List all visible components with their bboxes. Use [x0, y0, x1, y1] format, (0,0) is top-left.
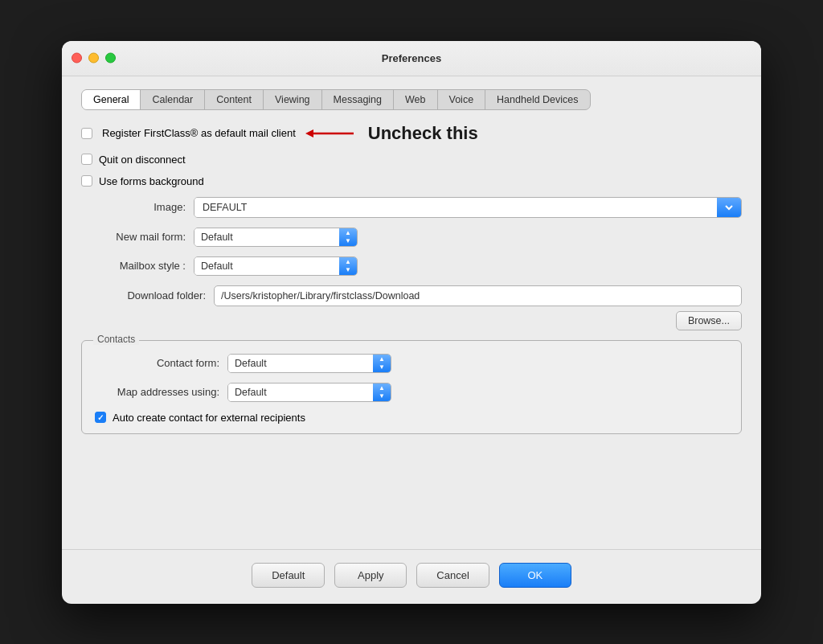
footer: Default Apply Cancel OK — [62, 549, 761, 604]
contact-form-select-input[interactable]: Default — [228, 355, 373, 372]
quit-on-disconnect-row: Quit on disconnect — [81, 154, 742, 166]
auto-create-contact-label: Auto create contact for external recipie… — [113, 412, 305, 424]
contact-form-row: Contact form: Default ▲ ▼ — [95, 354, 728, 373]
use-forms-background-label: Use forms background — [99, 175, 204, 187]
image-value: DEFAULT — [194, 198, 717, 217]
auto-create-contact-row: Auto create contact for external recipie… — [95, 412, 728, 424]
cancel-button[interactable]: Cancel — [416, 563, 489, 588]
new-mail-form-row: New mail form: Default ▲ ▼ — [81, 228, 742, 247]
map-addresses-stepper[interactable]: ▲ ▼ — [373, 384, 391, 401]
new-mail-form-stepper[interactable]: ▲ ▼ — [339, 228, 357, 246]
download-folder-row: Download folder: — [81, 285, 742, 306]
tab-messaging[interactable]: Messaging — [322, 90, 394, 109]
mailbox-style-select[interactable]: Default ▲ ▼ — [194, 256, 358, 276]
contact-form-stepper[interactable]: ▲ ▼ — [373, 355, 391, 372]
image-label: Image: — [81, 201, 186, 213]
tab-calendar[interactable]: Calendar — [141, 90, 205, 109]
arrow-icon — [305, 124, 362, 143]
ok-button[interactable]: OK — [499, 563, 571, 588]
tab-viewing[interactable]: Viewing — [264, 90, 322, 109]
annotation-text: Uncheck this — [368, 123, 478, 144]
image-row: Image: DEFAULT — [81, 197, 742, 218]
download-folder-input[interactable] — [214, 285, 742, 306]
new-mail-form-select[interactable]: Default ▲ ▼ — [194, 228, 358, 247]
preferences-window: Preferences General Calendar Content Vie… — [62, 41, 761, 604]
download-folder-section: Download folder: Browse... — [81, 285, 742, 330]
image-select-wrapper: DEFAULT — [194, 197, 742, 218]
arrow-annotation: Uncheck this — [305, 123, 478, 144]
mailbox-style-select-input[interactable]: Default — [194, 257, 339, 275]
quit-on-disconnect-checkbox[interactable] — [81, 154, 92, 165]
contacts-group: Contacts Contact form: Default ▲ ▼ — [81, 340, 742, 434]
browse-row: Browse... — [81, 311, 742, 330]
use-forms-background-row: Use forms background — [81, 175, 742, 187]
tab-general[interactable]: General — [82, 90, 141, 109]
browse-button[interactable]: Browse... — [676, 311, 742, 330]
minimize-button[interactable] — [88, 53, 99, 64]
mailbox-style-row: Mailbox style : Default ▲ ▼ — [81, 256, 742, 276]
quit-on-disconnect-label: Quit on disconnect — [99, 154, 186, 166]
download-folder-label: Download folder: — [81, 289, 206, 301]
content-area: General Calendar Content Viewing Messagi… — [62, 76, 761, 549]
map-addresses-row: Map addresses using: Default ▲ ▼ — [95, 383, 728, 402]
tab-content[interactable]: Content — [205, 90, 264, 109]
contacts-content: Contact form: Default ▲ ▼ — [95, 354, 728, 424]
contacts-legend: Contacts — [93, 334, 139, 345]
contact-form-label: Contact form: — [95, 357, 219, 369]
auto-create-contact-checkbox[interactable] — [95, 412, 106, 423]
annotation-wrapper: Register FirstClass® as default mail cli… — [81, 123, 478, 144]
tab-voice[interactable]: Voice — [438, 90, 486, 109]
image-dropdown-button[interactable] — [717, 198, 741, 217]
mailbox-style-label: Mailbox style : — [81, 260, 186, 272]
register-firstclass-row: Register FirstClass® as default mail cli… — [81, 123, 742, 144]
tab-handheld-devices[interactable]: Handheld Devices — [485, 90, 589, 109]
maximize-button[interactable] — [105, 53, 116, 64]
register-firstclass-checkbox[interactable] — [81, 128, 92, 139]
close-button[interactable] — [72, 53, 82, 64]
apply-button[interactable]: Apply — [334, 563, 407, 588]
titlebar: Preferences — [62, 41, 761, 76]
map-addresses-select-input[interactable]: Default — [228, 384, 373, 401]
map-addresses-label: Map addresses using: — [95, 386, 219, 398]
tab-web[interactable]: Web — [394, 90, 437, 109]
map-addresses-select[interactable]: Default ▲ ▼ — [227, 383, 391, 402]
contact-form-select[interactable]: Default ▲ ▼ — [227, 354, 391, 373]
form-area: Register FirstClass® as default mail cli… — [81, 123, 742, 533]
mailbox-style-stepper[interactable]: ▲ ▼ — [339, 257, 357, 275]
traffic-lights — [72, 53, 116, 64]
default-button[interactable]: Default — [252, 563, 325, 588]
new-mail-form-label: New mail form: — [81, 231, 186, 243]
svg-marker-1 — [305, 129, 313, 137]
window-title: Preferences — [382, 52, 441, 64]
register-firstclass-label: Register FirstClass® as default mail cli… — [102, 127, 296, 139]
use-forms-background-checkbox[interactable] — [81, 175, 92, 187]
new-mail-form-select-input[interactable]: Default — [194, 228, 339, 246]
tab-bar: General Calendar Content Viewing Messagi… — [81, 89, 591, 110]
chevron-down-icon — [723, 202, 735, 213]
